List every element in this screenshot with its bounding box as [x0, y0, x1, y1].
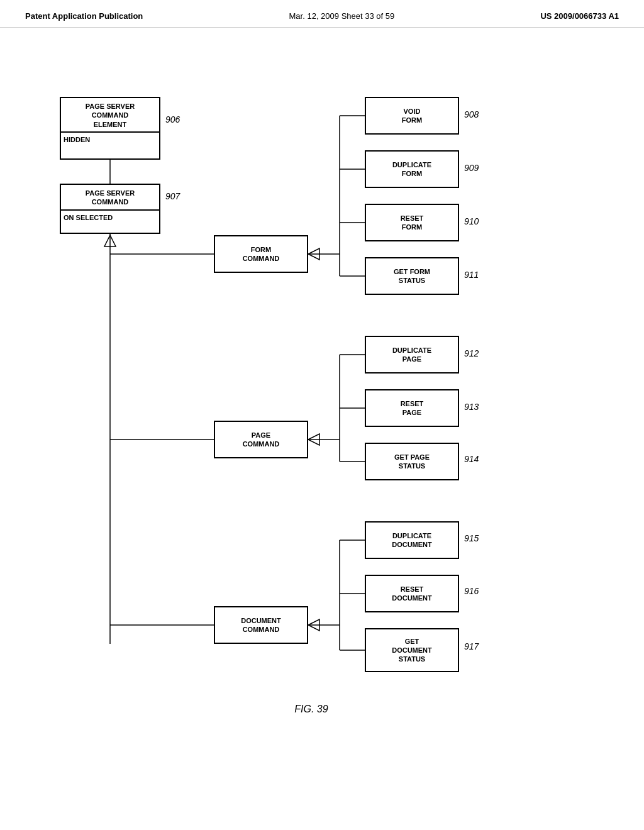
- box-907-bottom: ON SELECTED: [61, 211, 159, 224]
- label-906: 906: [165, 114, 180, 124]
- box-906-top: PAGE SERVERCOMMANDELEMENT: [61, 98, 159, 133]
- box-917: GETDOCUMENTSTATUS: [365, 628, 459, 672]
- label-914: 914: [464, 454, 479, 464]
- box-909: DUPLICATEFORM: [365, 150, 459, 188]
- box-document-command: DOCUMENTCOMMAND: [214, 606, 308, 644]
- box-915: DUPLICATEDOCUMENT: [365, 521, 459, 559]
- box-909-label: DUPLICATEFORM: [392, 160, 431, 179]
- box-913: RESETPAGE: [365, 389, 459, 427]
- box-908-label: VOIDFORM: [402, 107, 422, 125]
- box-document-command-label: DOCUMENTCOMMAND: [241, 616, 281, 634]
- label-911: 911: [464, 270, 479, 280]
- box-907-top: PAGE SERVERCOMMAND: [61, 185, 159, 211]
- box-913-label: RESETPAGE: [401, 399, 424, 418]
- svg-marker-19: [308, 619, 319, 631]
- box-form-command: FORMCOMMAND: [214, 235, 308, 273]
- box-914-label: GET PAGESTATUS: [394, 453, 430, 471]
- figure-label: FIG. 39: [264, 704, 358, 715]
- label-916: 916: [464, 586, 479, 596]
- box-form-command-label: FORMCOMMAND: [243, 245, 280, 263]
- box-906-bottom: HIDDEN: [61, 133, 159, 147]
- svg-marker-6: [308, 248, 319, 260]
- box-912-label: DUPLICATEPAGE: [392, 346, 431, 364]
- box-910-label: RESETFORM: [401, 214, 424, 232]
- box-910: RESETFORM: [365, 204, 459, 241]
- box-906: PAGE SERVERCOMMANDELEMENT HIDDEN: [60, 97, 160, 160]
- label-909: 909: [464, 163, 479, 173]
- label-912: 912: [464, 348, 479, 358]
- svg-marker-13: [308, 434, 319, 445]
- box-908: VOIDFORM: [365, 97, 459, 135]
- box-912: DUPLICATEPAGE: [365, 336, 459, 374]
- box-915-label: DUPLICATEDOCUMENT: [392, 531, 432, 550]
- label-907: 907: [165, 191, 180, 201]
- box-917-label: GETDOCUMENTSTATUS: [392, 637, 432, 664]
- label-915: 915: [464, 533, 479, 543]
- box-907: PAGE SERVERCOMMAND ON SELECTED: [60, 184, 160, 234]
- svg-marker-2: [104, 235, 116, 246]
- box-page-command-label: PAGECOMMAND: [243, 431, 280, 449]
- box-916: RESETDOCUMENT: [365, 575, 459, 612]
- label-917: 917: [464, 641, 479, 651]
- header-patent-number: US 2009/0066733 A1: [540, 11, 619, 21]
- box-911-label: GET FORMSTATUS: [394, 267, 430, 285]
- diagram-area: PAGE SERVERCOMMANDELEMENT HIDDEN PAGE SE…: [0, 28, 644, 782]
- box-911: GET FORMSTATUS: [365, 257, 459, 295]
- header-publisher: Patent Application Publication: [25, 11, 143, 21]
- label-910: 910: [464, 216, 479, 226]
- label-913: 913: [464, 402, 479, 412]
- page-header: Patent Application Publication Mar. 12, …: [0, 0, 644, 28]
- label-908: 908: [464, 109, 479, 119]
- box-916-label: RESETDOCUMENT: [392, 585, 432, 603]
- box-914: GET PAGESTATUS: [365, 443, 459, 480]
- header-date-sheet: Mar. 12, 2009 Sheet 33 of 59: [289, 11, 395, 21]
- box-page-command: PAGECOMMAND: [214, 421, 308, 458]
